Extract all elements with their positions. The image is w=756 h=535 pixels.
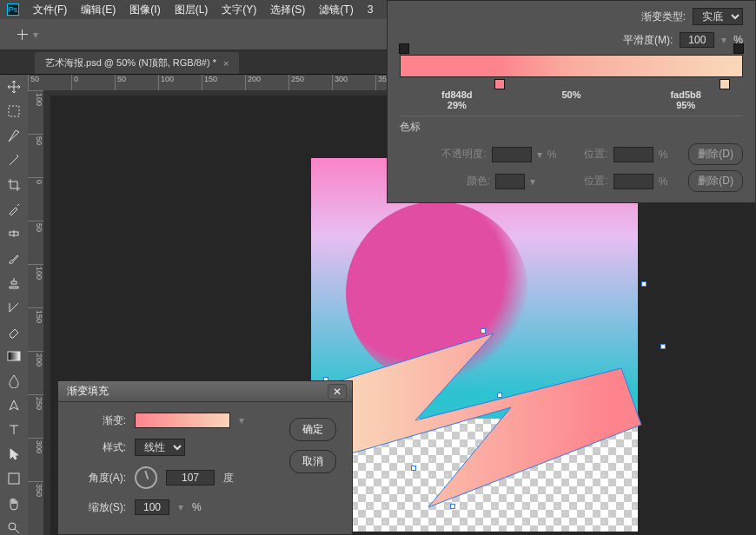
color-stop[interactable] [494,79,505,89]
angle-dial[interactable] [135,466,157,489]
document-tab[interactable]: 艺术海报.psd @ 50% (N顶部, RGB/8#) * × [35,52,239,74]
lasso-tool-icon[interactable] [6,129,22,142]
angle-input[interactable]: 107 [166,470,215,485]
angle-unit: 度 [223,471,234,485]
delete-button[interactable]: 删除(D) [688,143,743,165]
position-input[interactable] [613,174,653,189]
n-shape-layer[interactable] [298,314,663,532]
magic-wand-tool-icon[interactable] [6,154,22,168]
menu-edit[interactable]: 编辑(E) [81,3,116,17]
path-select-tool-icon[interactable] [6,447,22,461]
close-tab-icon[interactable]: × [223,58,229,69]
ruler-tick: 50 [28,134,43,177]
svg-rect-0 [9,106,19,116]
dropdown-arrow-icon[interactable]: ▾ [721,34,726,46]
gradient-swatch[interactable] [135,413,230,428]
ruler-tick: 300 [28,438,43,481]
ok-button[interactable]: 确定 [289,418,336,441]
style-label: 样式: [74,440,126,455]
text-tool-icon[interactable] [6,423,22,437]
menu-image[interactable]: 图像(I) [129,3,160,17]
opacity-stop[interactable] [399,43,409,54]
svg-rect-3 [9,473,19,484]
ruler-tick: 0 [28,177,43,221]
opacity-input[interactable] [492,147,532,162]
dropdown-arrow-icon[interactable]: ▾ [178,501,183,513]
gradient-track[interactable] [400,55,743,77]
eraser-tool-icon[interactable] [6,325,22,339]
pen-tool-icon[interactable] [6,399,22,413]
move-tool-icon [16,28,30,42]
opacity-stop[interactable] [733,43,744,54]
pct-unit: % [547,149,557,161]
tools-panel [0,75,28,535]
gradient-editor-panel: 渐变类型: 实底 平滑度(M): 100 ▾ % fd848d29% 50% f… [387,0,756,203]
menu-more[interactable]: 3 [368,3,374,16]
transform-handle[interactable] [660,344,666,349]
history-brush-tool-icon[interactable] [6,301,22,314]
menu-file[interactable]: 文件(F) [33,3,67,17]
stamp-tool-icon[interactable] [6,276,22,290]
hand-tool-icon[interactable] [6,496,22,510]
stop-position: 29% [448,100,467,110]
ruler-tick: 100 [28,90,43,134]
ruler-tick: 200 [245,75,288,90]
menu-text[interactable]: 文字(Y) [222,3,256,17]
ruler-tick: 50 [115,75,158,90]
ruler-tick: 150 [202,75,245,90]
eyedropper-tool-icon[interactable] [6,202,22,216]
color-swatch[interactable] [495,174,525,189]
crop-tool-icon[interactable] [6,178,22,192]
transform-handle[interactable] [641,281,647,287]
delete-button[interactable]: 删除(D) [688,170,743,192]
cancel-button[interactable]: 取消 [289,450,336,473]
opacity-label: 不透明度: [441,147,486,162]
color-label: 颜色: [467,174,490,188]
ruler-tick: 100 [158,75,202,90]
ruler-tick: 150 [28,307,43,351]
gradient-tool-icon[interactable] [6,349,22,363]
menu-select[interactable]: 选择(S) [270,3,305,17]
dialog-title: 渐变填充 [67,384,109,399]
transform-handle[interactable] [481,328,486,334]
position-input[interactable] [613,147,653,162]
smoothness-label: 平滑度(M): [623,33,673,48]
ruler-tick: 250 [288,75,332,90]
ruler-tick: 300 [332,75,375,90]
dropdown-arrow-icon[interactable]: ▾ [33,29,38,41]
healing-tool-icon[interactable] [6,227,22,241]
gradient-type-select[interactable]: 实底 [693,8,743,25]
stop-position: 50% [514,89,629,110]
scale-input[interactable]: 100 [135,499,169,515]
shape-tool-icon[interactable] [6,472,22,485]
scale-unit: % [192,501,202,513]
artboard [311,158,638,532]
close-icon[interactable]: ✕ [328,384,347,400]
ruler-tick: 200 [28,351,43,394]
svg-marker-5 [315,334,641,507]
marquee-tool-icon[interactable] [6,104,22,118]
position-label: 位置: [584,147,607,162]
color-stop[interactable] [720,79,730,89]
transform-handle[interactable] [497,393,502,398]
ruler-tick: 250 [28,394,43,438]
ruler-tick: 50 [28,221,43,264]
pct-unit: % [659,149,668,161]
style-select[interactable]: 线性 [135,439,185,456]
smoothness-input[interactable]: 100 [680,32,714,48]
dialog-titlebar[interactable]: 渐变填充 ✕ [58,381,352,402]
ruler-tick: 350 [28,481,43,525]
menu-filter[interactable]: 滤镜(T) [319,3,353,17]
brush-tool-icon[interactable] [6,251,22,265]
zoom-tool-icon[interactable] [6,521,22,535]
dropdown-arrow-icon[interactable]: ▾ [239,414,244,426]
app-logo: Ps [7,3,19,16]
scale-label: 缩放(S): [74,500,126,515]
blur-tool-icon[interactable] [6,373,22,387]
transform-handle[interactable] [450,504,455,509]
move-tool-icon[interactable] [6,80,22,94]
ruler-tick: 0 [71,75,115,90]
menu-layer[interactable]: 图层(L) [175,3,209,17]
transform-handle[interactable] [411,466,416,471]
stops-section-header: 色标 [400,116,743,138]
